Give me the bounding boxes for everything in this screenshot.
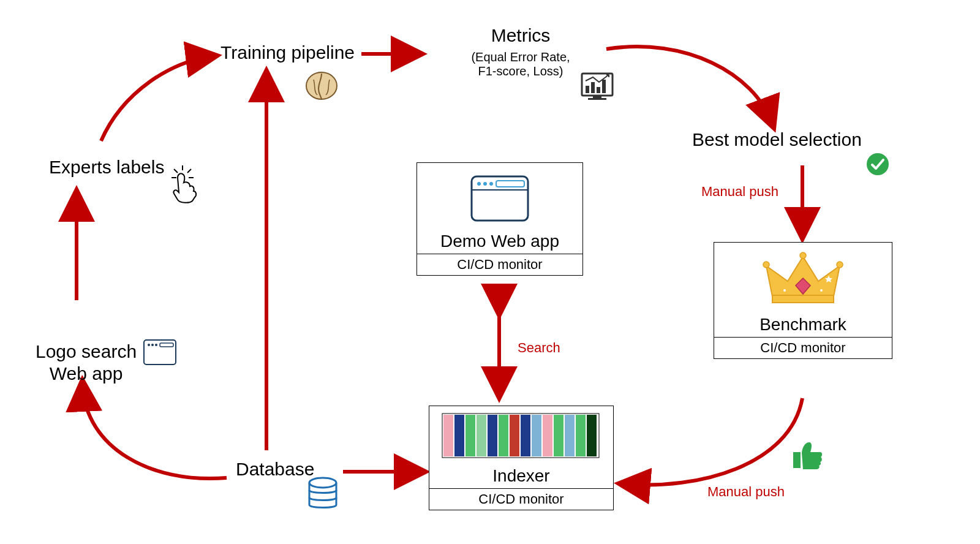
svg-rect-43 (565, 415, 575, 456)
check-icon (867, 153, 889, 175)
indexer-label: Indexer (429, 464, 613, 488)
training-pipeline-node: Training pipeline (221, 42, 355, 64)
svg-rect-20 (144, 340, 176, 365)
svg-rect-34 (466, 415, 475, 456)
benchmark-monitor: CI/CD monitor (714, 338, 892, 358)
svg-rect-41 (543, 415, 552, 456)
svg-rect-37 (499, 415, 508, 456)
database-icon (309, 478, 336, 508)
crown-icon (760, 247, 846, 309)
search-edge-label: Search (518, 340, 560, 356)
indexer-monitor: CI/CD monitor (429, 489, 613, 510)
demo-webapp-label: Demo Web app (417, 229, 582, 254)
experts-labels-node: Experts labels (49, 156, 164, 178)
svg-point-50 (837, 262, 843, 268)
svg-rect-47 (772, 295, 834, 303)
svg-rect-32 (443, 415, 453, 456)
metrics-label: Metrics (435, 25, 606, 47)
manual-push-2-label: Manual push (707, 484, 785, 500)
demo-webapp-box: Demo Web app CI/CD monitor (417, 162, 583, 276)
metrics-node: Metrics (Equal Error Rate, F1-score, Los… (435, 25, 606, 78)
best-model-label: Best model selection (692, 129, 862, 149)
svg-point-27 (477, 182, 481, 186)
svg-point-14 (867, 153, 889, 175)
benchmark-box: Benchmark CI/CD monitor (714, 242, 892, 359)
touch-icon (172, 165, 196, 203)
svg-point-6 (306, 72, 337, 99)
svg-rect-39 (521, 415, 530, 456)
svg-point-51 (783, 289, 786, 292)
database-node: Database (236, 458, 314, 480)
svg-rect-11 (602, 80, 606, 93)
svg-point-28 (483, 182, 487, 186)
benchmark-label: Benchmark (714, 312, 892, 337)
metrics-sublabel: (Equal Error Rate, F1-score, Loss) (435, 50, 606, 78)
barcode-icon (439, 412, 604, 459)
svg-point-23 (155, 344, 157, 346)
svg-rect-8 (586, 86, 589, 93)
svg-point-48 (763, 262, 769, 268)
browser-icon (469, 174, 530, 223)
svg-rect-12 (593, 96, 601, 98)
indexer-box: Indexer CI/CD monitor (429, 406, 614, 510)
svg-rect-10 (597, 87, 600, 93)
svg-rect-45 (587, 415, 597, 456)
best-model-node: Best model selection (692, 129, 862, 151)
training-pipeline-label: Training pipeline (221, 42, 355, 62)
logo-search-label: Logo search Web app (36, 341, 137, 383)
brain-icon (306, 72, 337, 100)
svg-point-29 (489, 182, 493, 186)
svg-rect-42 (554, 415, 564, 456)
svg-point-49 (800, 252, 806, 259)
logo-search-node: Logo search Web app (36, 319, 137, 385)
svg-rect-9 (591, 82, 595, 93)
svg-line-17 (187, 169, 191, 173)
svg-point-21 (148, 344, 150, 346)
thumbs-up-icon (793, 442, 822, 469)
svg-rect-24 (160, 343, 173, 347)
database-label: Database (236, 459, 314, 479)
svg-rect-44 (576, 415, 586, 456)
diagram-canvas: Training pipeline Metrics (Equal Error R… (0, 0, 980, 544)
svg-rect-40 (532, 415, 541, 456)
demo-webapp-monitor: CI/CD monitor (417, 254, 582, 275)
browser-mini-icon (144, 340, 176, 365)
svg-line-16 (174, 169, 178, 173)
svg-rect-38 (510, 415, 519, 456)
svg-rect-33 (454, 415, 464, 456)
svg-rect-35 (477, 415, 486, 456)
svg-rect-36 (488, 415, 497, 456)
svg-point-52 (820, 289, 823, 292)
manual-push-1-label: Manual push (701, 184, 778, 200)
svg-point-22 (151, 344, 154, 346)
experts-labels-label: Experts labels (49, 157, 164, 177)
svg-rect-13 (588, 98, 606, 100)
